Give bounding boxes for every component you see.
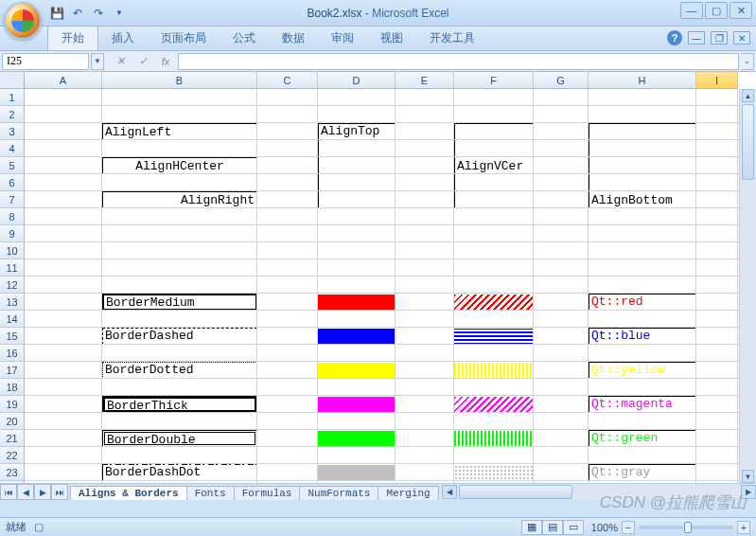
mdi-restore-button[interactable]: ❐ [711,31,728,45]
cell-align-hcenter[interactable]: AlignHCenter [102,157,257,174]
tab-review[interactable]: 审阅 [318,27,367,50]
cell-qt-green[interactable]: Qt::green [589,430,696,447]
zoom-in-button[interactable]: + [737,521,750,534]
redo-icon[interactable]: ↷ [89,4,108,23]
row-header-7[interactable]: 7 [0,191,25,208]
select-all-corner[interactable] [0,72,25,89]
row-header-3[interactable]: 3 [0,123,25,140]
save-icon[interactable]: 💾 [47,4,66,23]
zoom-level[interactable]: 100% [591,522,618,533]
swatch-blue[interactable] [318,329,396,345]
row-header-17[interactable]: 17 [0,362,25,379]
mdi-minimize-button[interactable]: — [688,31,705,45]
cell-qt-yellow[interactable]: Qt::yellow [589,362,696,379]
cell-border-dashdot[interactable]: BorderDashDot [102,464,257,481]
pattern-magenta[interactable] [454,397,534,413]
sheet-tab-3[interactable]: NumFormats [299,486,378,500]
swatch-red[interactable] [318,295,396,311]
view-normal-icon[interactable]: ▦ [521,520,542,535]
pattern-gray[interactable] [454,465,534,481]
cell-border-dotted[interactable]: BorderDotted [102,362,257,379]
office-button[interactable] [4,2,42,40]
vscroll-thumb[interactable] [742,104,754,180]
hscroll-thumb[interactable] [459,485,572,499]
swatch-magenta[interactable] [318,397,396,413]
col-header-C[interactable]: C [257,72,318,89]
row-header-13[interactable]: 13 [0,294,25,311]
mdi-close-button[interactable]: ✕ [733,31,750,45]
pattern-green[interactable] [454,431,534,447]
col-header-F[interactable]: F [454,72,534,89]
row-header-6[interactable]: 6 [0,174,25,191]
row-header-19[interactable]: 19 [0,396,25,413]
tab-data[interactable]: 数据 [269,27,318,50]
row-header-4[interactable]: 4 [0,140,25,157]
col-header-A[interactable]: A [25,72,102,89]
sheet-tab-1[interactable]: Fonts [186,486,235,500]
tab-insert[interactable]: 插入 [98,27,148,50]
row-header-21[interactable]: 21 [0,430,25,447]
help-icon[interactable]: ? [667,30,682,45]
tab-formulas[interactable]: 公式 [220,27,269,50]
swatch-gray[interactable] [318,465,396,481]
scroll-down-icon[interactable]: ▼ [742,470,754,483]
swatch-yellow[interactable] [318,363,396,379]
qat-dropdown-icon[interactable]: ▼ [110,4,129,23]
horizontal-scrollbar[interactable]: ◀ ▶ [442,484,756,500]
tab-prev-icon[interactable]: ◀ [17,484,34,500]
view-page-break-icon[interactable]: ▭ [563,520,584,535]
row-header-8[interactable]: 8 [0,208,25,225]
row-header-1[interactable]: 1 [0,89,25,106]
col-header-I[interactable]: I [696,72,738,89]
scroll-right-icon[interactable]: ▶ [741,485,756,499]
cell-area[interactable]: AlignLeft AlignHCenter AlignRight AlignT… [25,89,739,483]
row-header-11[interactable]: 11 [0,259,25,277]
cell-qt-magenta[interactable]: Qt::magenta [589,396,696,413]
worksheet-grid[interactable]: ABCDEFGHI 123456789101112131415161718192… [0,72,756,500]
zoom-slider[interactable] [639,526,733,529]
tab-next-icon[interactable]: ▶ [34,484,51,500]
close-button[interactable]: ✕ [730,2,752,19]
cell-align-bottom[interactable]: AlignBottom [589,123,696,208]
pattern-yellow[interactable] [454,363,534,379]
row-header-16[interactable]: 16 [0,345,25,362]
enter-formula-icon[interactable]: ✓ [132,53,153,70]
cell-border-dashed[interactable]: BorderDashed [102,328,257,345]
formula-input[interactable] [178,53,739,70]
cell-qt-red[interactable]: Qt::red [589,294,696,311]
row-header-9[interactable]: 9 [0,225,25,242]
tab-first-icon[interactable]: ⏮ [0,484,17,500]
macro-record-icon[interactable]: ▢ [34,521,44,533]
row-header-20[interactable]: 20 [0,413,25,430]
col-header-B[interactable]: B [102,72,257,89]
formula-expand-icon[interactable]: ⌄ [741,53,754,70]
zoom-thumb[interactable] [684,522,692,533]
fx-icon[interactable]: fx [155,53,176,70]
row-header-2[interactable]: 2 [0,106,25,123]
name-box[interactable]: I25 [2,53,89,70]
row-header-12[interactable]: 12 [0,277,25,294]
undo-icon[interactable]: ↶ [68,4,87,23]
pattern-red[interactable] [454,295,534,311]
col-header-E[interactable]: E [396,72,454,89]
row-header-5[interactable]: 5 [0,157,25,174]
cell-qt-gray[interactable]: Qt::gray [589,464,696,481]
sheet-tab-4[interactable]: Merging [378,486,438,500]
scroll-up-icon[interactable]: ▲ [742,89,754,102]
tab-last-icon[interactable]: ⏭ [51,484,68,500]
name-box-dropdown-icon[interactable]: ▼ [91,53,104,70]
zoom-out-button[interactable]: − [622,521,635,534]
row-header-22[interactable]: 22 [0,447,25,464]
maximize-button[interactable]: ▢ [705,2,728,19]
cell-border-medium[interactable]: BorderMedium [102,294,257,311]
col-header-G[interactable]: G [534,72,589,89]
cell-qt-blue[interactable]: Qt::blue [589,328,696,345]
row-header-23[interactable]: 23 [0,464,25,481]
minimize-button[interactable]: — [680,2,703,19]
tab-developer[interactable]: 开发工具 [416,27,488,50]
cell-border-double[interactable]: BorderDouble [102,430,257,447]
cancel-formula-icon[interactable]: ✕ [110,53,131,70]
col-header-H[interactable]: H [589,72,696,89]
vertical-scrollbar[interactable]: ▲ ▼ [739,89,756,483]
cell-align-top[interactable]: AlignTop [318,123,396,208]
